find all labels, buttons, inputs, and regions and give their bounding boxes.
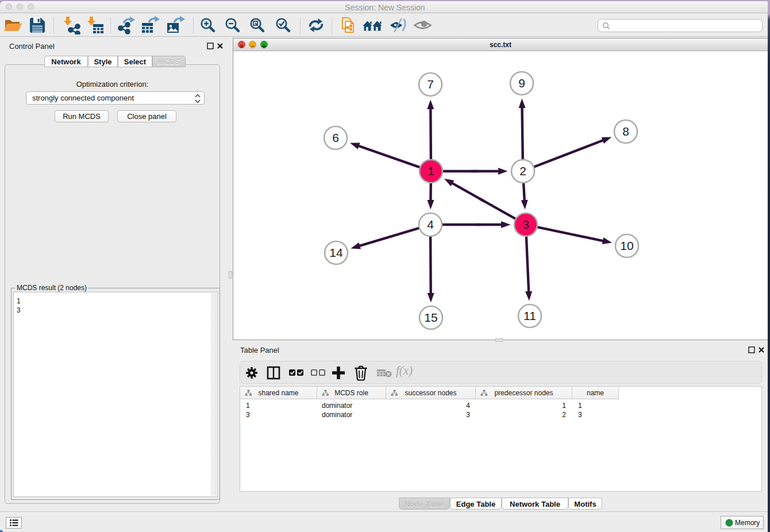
svg-text:8: 8 (622, 125, 629, 138)
svg-text:10: 10 (620, 239, 633, 252)
svg-text:1: 1 (428, 164, 434, 178)
svg-text:7: 7 (427, 78, 434, 91)
svg-text:9: 9 (518, 76, 525, 90)
svg-text:11: 11 (523, 309, 536, 322)
svg-text:6: 6 (332, 131, 339, 144)
svg-text:15: 15 (424, 311, 437, 324)
svg-text:2: 2 (519, 164, 526, 178)
svg-text:14: 14 (329, 246, 343, 259)
svg-text:4: 4 (427, 218, 434, 231)
svg-text:3: 3 (522, 218, 529, 231)
